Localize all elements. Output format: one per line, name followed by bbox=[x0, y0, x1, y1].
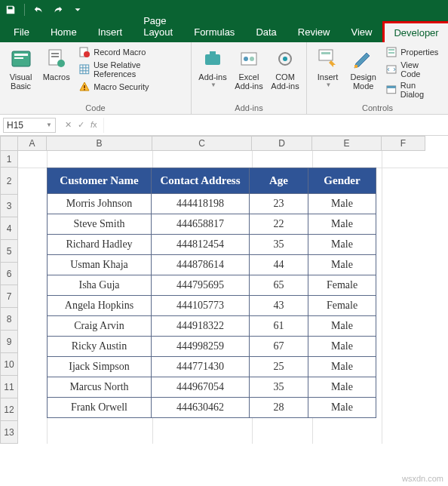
row-header[interactable]: 1 bbox=[0, 151, 18, 168]
table-cell[interactable]: 444771430 bbox=[152, 357, 250, 377]
macro-security-button[interactable]: Macro Security bbox=[75, 80, 186, 94]
table-cell[interactable]: 35 bbox=[250, 235, 308, 255]
table-cell[interactable]: Marcus North bbox=[48, 377, 152, 398]
table-cell[interactable]: 444812454 bbox=[152, 235, 250, 255]
design-mode-button[interactable]: Design Mode bbox=[347, 45, 379, 91]
row-header[interactable]: 12 bbox=[0, 398, 18, 421]
column-header[interactable]: D bbox=[252, 136, 312, 151]
table-cell[interactable]: Male bbox=[308, 398, 376, 418]
table-cell[interactable]: Female bbox=[308, 275, 376, 296]
column-header[interactable]: F bbox=[382, 136, 425, 151]
table-cell[interactable]: 65 bbox=[250, 275, 308, 296]
table-cell[interactable]: Richard Hadley bbox=[48, 235, 152, 255]
table-cell[interactable]: Female bbox=[308, 296, 376, 316]
table-cell[interactable]: 23 bbox=[250, 194, 308, 214]
row-header[interactable]: 9 bbox=[0, 331, 18, 353]
tab-insert[interactable]: Insert bbox=[87, 22, 133, 42]
table-header[interactable]: Contact Address bbox=[152, 168, 250, 194]
table-cell[interactable]: 444998259 bbox=[152, 337, 250, 357]
run-dialog-button[interactable]: Run Dialog bbox=[382, 80, 443, 100]
table-cell[interactable]: 444418198 bbox=[152, 194, 250, 214]
table-cell[interactable]: 35 bbox=[250, 377, 308, 398]
table-cell[interactable]: Morris Johnson bbox=[48, 194, 152, 214]
table-cell[interactable]: 444967054 bbox=[152, 377, 250, 398]
table-cell[interactable]: Male bbox=[308, 316, 376, 337]
properties-button[interactable]: Properties bbox=[382, 45, 443, 59]
row-header[interactable]: 10 bbox=[0, 353, 18, 376]
table-cell[interactable]: Frank Orwell bbox=[48, 398, 152, 418]
table-cell[interactable]: Craig Arvin bbox=[48, 316, 152, 337]
table-cell[interactable]: 444878614 bbox=[152, 255, 250, 275]
table-header[interactable]: Customer Name bbox=[48, 168, 152, 194]
table-cell[interactable]: 444918322 bbox=[152, 316, 250, 337]
name-box[interactable]: H15 ▼ bbox=[3, 118, 56, 133]
table-cell[interactable]: 25 bbox=[250, 357, 308, 377]
tab-file[interactable]: File bbox=[3, 22, 40, 42]
table-cell[interactable]: 44 bbox=[250, 255, 308, 275]
cancel-icon[interactable]: ✕ bbox=[65, 120, 72, 130]
cells-area[interactable]: Customer Name Contact Address Age Gender… bbox=[18, 151, 448, 444]
row-header[interactable]: 11 bbox=[0, 376, 18, 398]
table-cell[interactable]: Male bbox=[308, 255, 376, 275]
tab-review[interactable]: Review bbox=[287, 22, 341, 42]
excel-addins-button[interactable]: Excel Add-ins bbox=[232, 45, 265, 91]
table-cell[interactable]: 444795695 bbox=[152, 275, 250, 296]
tab-view[interactable]: View bbox=[340, 22, 382, 42]
redo-icon[interactable] bbox=[52, 4, 64, 16]
table-cell[interactable]: Angela Hopkins bbox=[48, 296, 152, 316]
macros-button[interactable]: Macros bbox=[40, 45, 72, 82]
fx-icon[interactable]: fx bbox=[91, 120, 97, 130]
visual-basic-button[interactable]: Visual Basic bbox=[5, 45, 37, 91]
table-cell[interactable]: 444658817 bbox=[152, 214, 250, 235]
row-header[interactable]: 4 bbox=[0, 217, 18, 240]
tab-page-layout[interactable]: Page Layout bbox=[133, 11, 183, 42]
formula-input[interactable] bbox=[103, 118, 448, 133]
table-cell[interactable]: Male bbox=[308, 214, 376, 235]
tab-home[interactable]: Home bbox=[40, 22, 87, 42]
table-cell[interactable]: Male bbox=[308, 377, 376, 398]
table-cell[interactable]: Ijack Simpson bbox=[48, 357, 152, 377]
record-macro-button[interactable]: Record Macro bbox=[75, 45, 186, 59]
tab-data[interactable]: Data bbox=[245, 22, 287, 42]
table-cell[interactable]: Isha Guja bbox=[48, 275, 152, 296]
addins-button[interactable]: Add-ins ▼ bbox=[196, 45, 229, 88]
table-cell[interactable]: Ricky Austin bbox=[48, 337, 152, 357]
row-header[interactable]: 6 bbox=[0, 263, 18, 285]
enter-icon[interactable]: ✓ bbox=[78, 120, 84, 130]
column-header[interactable]: B bbox=[47, 136, 152, 151]
insert-control-button[interactable]: Insert ▼ bbox=[311, 45, 344, 88]
relative-refs-button[interactable]: Use Relative References bbox=[75, 60, 186, 79]
qat-dropdown-icon[interactable] bbox=[72, 4, 84, 16]
com-addins-button[interactable]: COM Add-ins bbox=[268, 45, 302, 91]
table-cell[interactable]: Steve Smith bbox=[48, 214, 152, 235]
row-header[interactable]: 2 bbox=[0, 168, 18, 195]
table-cell[interactable]: Male bbox=[308, 194, 376, 214]
view-code-button[interactable]: View Code bbox=[382, 60, 443, 79]
table-cell[interactable]: Male bbox=[308, 235, 376, 255]
tab-formulas[interactable]: Formulas bbox=[183, 22, 245, 42]
row-header[interactable]: 3 bbox=[0, 195, 18, 217]
undo-icon[interactable] bbox=[32, 4, 44, 16]
table-cell[interactable]: 22 bbox=[250, 214, 308, 235]
table-cell[interactable]: Male bbox=[308, 337, 376, 357]
row-header[interactable]: 13 bbox=[0, 421, 18, 444]
table-header[interactable]: Age bbox=[250, 168, 308, 194]
table-cell[interactable]: 444630462 bbox=[152, 398, 250, 418]
save-icon[interactable] bbox=[5, 4, 17, 16]
table-cell[interactable]: 28 bbox=[250, 398, 308, 418]
table-cell[interactable]: Male bbox=[308, 357, 376, 377]
select-all-corner[interactable] bbox=[0, 136, 18, 151]
column-header[interactable]: C bbox=[152, 136, 252, 151]
column-header[interactable]: A bbox=[18, 136, 47, 151]
table-cell[interactable]: Usman Khaja bbox=[48, 255, 152, 275]
table-cell[interactable]: 61 bbox=[250, 316, 308, 337]
row-header[interactable]: 5 bbox=[0, 240, 18, 263]
table-cell[interactable]: 43 bbox=[250, 296, 308, 316]
table-cell[interactable]: 67 bbox=[250, 337, 308, 357]
table-cell[interactable]: 444105773 bbox=[152, 296, 250, 316]
row-header[interactable]: 7 bbox=[0, 285, 18, 308]
table-header[interactable]: Gender bbox=[308, 168, 376, 194]
column-header[interactable]: E bbox=[312, 136, 382, 151]
row-header[interactable]: 8 bbox=[0, 308, 18, 331]
tab-developer[interactable]: Developer bbox=[382, 21, 448, 42]
